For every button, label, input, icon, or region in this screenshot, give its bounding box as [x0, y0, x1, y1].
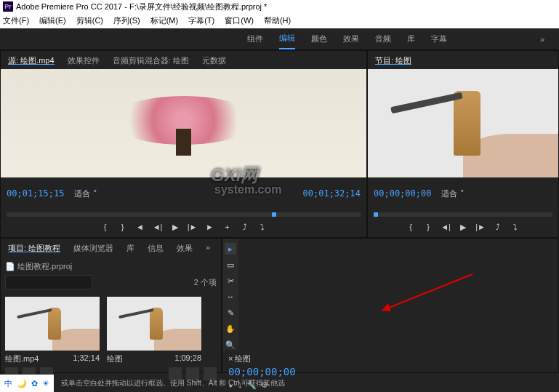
source-timecode-out[interactable]: 00;01;32;14 [303, 188, 361, 199]
ws-color[interactable]: 颜色 [311, 29, 327, 49]
source-monitor-panel: 源: 绘图.mp4 效果控件 音频剪辑混合器: 绘图 元数据 00;01;15;… [0, 50, 367, 238]
menu-marker[interactable]: 标记(M) [150, 15, 179, 26]
ws-libraries[interactable]: 库 [407, 29, 415, 49]
tab-program[interactable]: 节目: 绘图 [375, 55, 411, 65]
pen-tool-icon[interactable]: ✋ [225, 323, 236, 335]
mark-in-icon[interactable]: { [98, 220, 113, 234]
track-select-tool-icon[interactable]: ▭ [225, 259, 236, 271]
tab-project[interactable]: 项目: 绘图教程 [8, 243, 60, 252]
sequence-tab[interactable]: × 绘图 [228, 353, 552, 364]
timeline-panel: ▸ ▭ ✂ ↔ ✎ ✋ 🔍 × 绘图 00;00;00;00 ⬥ ⤵ 🔧 ⚙ [222, 238, 559, 373]
menu-clip[interactable]: 剪辑(C) [76, 15, 103, 26]
tab-source[interactable]: 源: 绘图.mp4 [8, 55, 55, 65]
menu-edit[interactable]: 编辑(E) [39, 15, 66, 26]
program-scrub-bar[interactable] [374, 212, 552, 217]
mark-out-icon[interactable]: } [116, 220, 130, 234]
p-lift-icon[interactable]: ⤴ [491, 220, 505, 234]
p-play-icon[interactable]: ▶ [456, 220, 470, 234]
play-icon[interactable]: ▶ [168, 220, 182, 234]
goto-out-icon[interactable]: ► [203, 220, 217, 234]
ws-assembly[interactable]: 组件 [247, 29, 263, 49]
moon-icon[interactable]: 🌙 [17, 379, 27, 388]
tab-effects2[interactable]: 效果 [177, 243, 193, 252]
menu-title[interactable]: 字幕(T) [188, 15, 214, 26]
program-tabs: 节目: 绘图 [368, 51, 558, 69]
tab-effect-controls[interactable]: 效果控件 [68, 55, 100, 65]
program-zoom[interactable]: 适合 ˅ [441, 188, 464, 199]
source-transport: { } ◄ ◄| ▶ |► ► + ⤴ ⤵ [1, 220, 366, 237]
p-mark-in-icon[interactable]: { [403, 220, 418, 234]
program-monitor-panel: 节目: 绘图 00;00;00;00 适合 ˅ { } ◄| ▶ |► ⤴ ⤵ [367, 50, 559, 238]
status-bar: 中 🌙 ✿ ☀ 或单击空白处并拖动以进行框选。使用 Shift、Alt 和 Ct… [0, 375, 559, 392]
tab-info[interactable]: 信息 [148, 243, 164, 252]
p-step-fwd-icon[interactable]: |► [473, 220, 488, 234]
menu-bar: 文件(F) 编辑(E) 剪辑(C) 序列(S) 标记(M) 字幕(T) 窗口(W… [0, 13, 559, 28]
titlebar: Pr Adobe Premiere Pro CC 2017 - F:\录屏文件\… [0, 0, 559, 13]
tab-audio-mixer[interactable]: 音频剪辑混合器: 绘图 [113, 55, 189, 65]
ime-icon[interactable]: 中 [4, 378, 12, 389]
goto-in-icon[interactable]: ◄ [133, 220, 148, 234]
overwrite-icon[interactable]: ⤴ [238, 220, 252, 234]
p-mark-out-icon[interactable]: } [421, 220, 435, 234]
app-icon: Pr [3, 1, 13, 12]
project-panel: 项目: 绘图教程 媒体浏览器 库 信息 效果 » 📄 绘图教程.prproj 2… [0, 238, 222, 373]
status-text: 或单击空白处并拖动以进行框选。使用 Shift、Alt 和 Ctrl 可获得其他… [61, 378, 285, 388]
ws-effects[interactable]: 效果 [343, 29, 359, 49]
project-tabs: 项目: 绘图教程 媒体浏览器 库 信息 效果 » [1, 239, 221, 257]
program-monitor[interactable] [368, 69, 558, 177]
ripple-tool-icon[interactable]: ✂ [225, 275, 236, 287]
ws-more[interactable]: » [540, 31, 544, 48]
program-transport: { } ◄| ▶ |► ⤴ ⤵ [368, 220, 558, 237]
project-search-input[interactable] [5, 275, 92, 289]
slip-tool-icon[interactable]: ✎ [225, 307, 236, 319]
app-title: Adobe Premiere Pro CC 2017 - F:\录屏文件\经验视… [16, 1, 267, 12]
tab-more[interactable]: » [206, 243, 210, 252]
source-scrub-bar[interactable] [7, 212, 361, 217]
insert-icon[interactable]: + [220, 220, 235, 234]
export-frame-icon[interactable]: ⤵ [255, 220, 270, 234]
step-back-icon[interactable]: ◄| [150, 220, 165, 234]
menu-file[interactable]: 文件(F) [3, 15, 29, 26]
p-step-back-icon[interactable]: ◄| [438, 220, 453, 234]
bin-item-0[interactable]: 绘图.mp41;32;14 [5, 297, 100, 364]
project-name: 📄 绘图教程.prproj [5, 261, 217, 272]
menu-sequence[interactable]: 序列(S) [113, 15, 140, 26]
source-zoom[interactable]: 适合 ˅ [74, 188, 97, 199]
ws-audio[interactable]: 音频 [375, 29, 391, 49]
step-fwd-icon[interactable]: |► [185, 220, 200, 234]
tool-palette: ▸ ▭ ✂ ↔ ✎ ✋ 🔍 [222, 239, 238, 351]
program-timecode-in[interactable]: 00;00;00;00 [374, 188, 431, 199]
workspace-bar: 组件 编辑 颜色 效果 音频 库 字幕 » [0, 28, 559, 50]
hand-tool-icon[interactable]: 🔍 [225, 339, 236, 351]
ws-graphics[interactable]: 字幕 [431, 29, 447, 49]
selection-tool-icon[interactable]: ▸ [225, 243, 236, 255]
tab-metadata[interactable]: 元数据 [202, 55, 226, 65]
source-monitor[interactable] [1, 69, 366, 177]
source-tabs: 源: 绘图.mp4 效果控件 音频剪辑混合器: 绘图 元数据 [1, 51, 366, 69]
menu-help[interactable]: 帮助(H) [264, 15, 291, 26]
sun-icon[interactable]: ☀ [42, 379, 49, 388]
bin-item-1[interactable]: 绘图1;09;28 [107, 297, 201, 364]
p-extract-icon[interactable]: ⤵ [508, 220, 523, 234]
tab-libraries[interactable]: 库 [126, 243, 134, 252]
tab-media-browser[interactable]: 媒体浏览器 [73, 243, 113, 252]
razor-tool-icon[interactable]: ↔ [225, 291, 236, 303]
source-timecode-in[interactable]: 00;01;15;15 [7, 188, 64, 199]
item-count: 2 个项 [194, 277, 217, 288]
menu-window[interactable]: 窗口(W) [225, 15, 254, 26]
flower-icon[interactable]: ✿ [31, 379, 38, 388]
ws-editing[interactable]: 编辑 [279, 28, 295, 49]
